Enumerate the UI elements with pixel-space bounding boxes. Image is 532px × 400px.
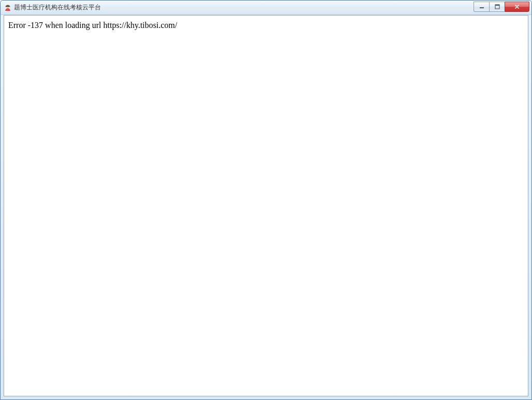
window-controls [474,2,529,12]
svg-point-2 [7,9,8,9]
content-area: Error -137 when loading url https://khy.… [4,15,528,396]
app-icon [4,4,12,12]
minimize-button[interactable] [474,2,489,12]
svg-rect-5 [495,5,499,6]
close-button[interactable] [505,2,529,12]
error-message: Error -137 when loading url https://khy.… [4,16,528,35]
maximize-button[interactable] [489,2,505,12]
window-frame: 题博士医疗机构在线考核云平台 Error -137 when loading u [0,0,532,400]
svg-rect-1 [6,6,10,7]
svg-rect-3 [480,7,484,8]
window-title: 题博士医疗机构在线考核云平台 [14,3,474,12]
titlebar[interactable]: 题博士医疗机构在线考核云平台 [1,1,531,15]
